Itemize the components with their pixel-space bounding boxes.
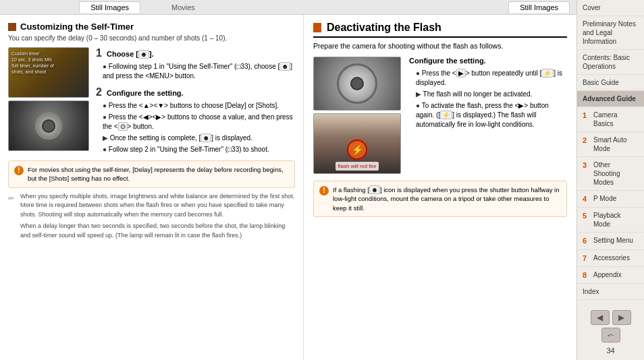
sidebar-item-p-mode[interactable]: 4 P Mode <box>577 191 644 208</box>
pencil-text-2: When a delay longer than two seconds is … <box>20 222 295 240</box>
flash-bullet1: Press the <▶> button repeatedly until [⚡… <box>416 69 567 88</box>
flash-arrow1: The flash will no longer be activated. <box>416 90 567 99</box>
step2-title: 2 Configure the setting. <box>96 86 295 98</box>
flash-no-icon: ⚡ <box>347 140 367 160</box>
step-layout: Custom timer10 sec. 3 shots MNSet timer,… <box>8 47 295 156</box>
flash-warning-icon: ! <box>319 186 329 196</box>
nav-home-button[interactable]: ⤺ <box>601 328 620 342</box>
camera-mode-dial <box>337 63 377 104</box>
steps-content: 1 Choose [☻]. Following step 1 in "Using… <box>96 47 295 156</box>
flash-note-text: If a flashing [☻] icon is displayed when… <box>333 185 561 212</box>
nav-buttons: ◀ ▶ <box>577 305 644 328</box>
sidebar-item-index[interactable]: Index <box>577 284 644 300</box>
sidebar-item-prelim[interactable]: Preliminary Notes and Legal Information <box>577 16 644 50</box>
flash-image-dial <box>313 57 401 111</box>
step2-bullet3: Follow step 2 in "Using the Self-Timer" … <box>103 145 295 154</box>
step1-title: 1 Choose [☻]. <box>96 47 295 59</box>
camera-image-2 <box>8 100 89 151</box>
sidebar-item-camera-basics[interactable]: 1 Camera Basics <box>577 107 644 132</box>
flash-image-building: ⚡ flash will not fire <box>313 113 401 174</box>
sidebar-spacer <box>577 300 644 305</box>
left-column: Customizing the Self-Timer You can speci… <box>0 15 304 360</box>
camera-images: Custom timer10 sec. 3 shots MNSet timer,… <box>8 47 89 156</box>
sidebar-item-accessories[interactable]: 7 Accessories <box>577 250 644 267</box>
left-section-subtitle: You can specify the delay (0 – 30 second… <box>8 34 295 42</box>
pencil-icon: ✏ <box>8 193 16 201</box>
sidebar-item-appendix[interactable]: 8 Appendix <box>577 267 644 284</box>
configure-title: Configure the setting. <box>409 57 567 65</box>
sidebar: Cover Preliminary Notes and Legal Inform… <box>576 0 644 360</box>
left-section-title: Customizing the Self-Timer <box>8 22 295 32</box>
tab-still-images-right[interactable]: Still Images <box>508 1 570 13</box>
section-marker <box>8 23 16 31</box>
step2-bullet1: Press the <▲><▼> buttons to choose [Dela… <box>103 101 295 111</box>
right-column: Deactivating the Flash Prepare the camer… <box>304 15 576 360</box>
step2-arrow1: Once the setting is complete, [☻] is dis… <box>103 133 295 143</box>
right-section-intro: Prepare the camera for shooting without … <box>313 42 567 50</box>
sidebar-item-other-shooting[interactable]: 3 Other Shooting Modes <box>577 157 644 191</box>
tab-still-images-left[interactable]: Still Images <box>79 1 140 13</box>
flash-info-note: ! If a flashing [☻] icon is displayed wh… <box>313 181 567 217</box>
sidebar-item-setting-menu[interactable]: 6 Setting Menu <box>577 233 644 249</box>
sidebar-item-smart-auto[interactable]: 2 Smart Auto Mode <box>577 132 644 157</box>
camera-dial-icon <box>35 113 62 140</box>
sidebar-item-basic-guide[interactable]: Basic Guide <box>577 75 644 91</box>
sidebar-item-contents[interactable]: Contents: Basic Operations <box>577 50 644 75</box>
step1-bullet1: Following step 1 in "Using the Self-Time… <box>103 62 295 81</box>
pencil-text-1: When you specify multiple shots, image b… <box>20 192 295 220</box>
columns: Customizing the Self-Timer You can speci… <box>0 15 576 360</box>
tab-movies-left[interactable]: Movies <box>161 2 206 13</box>
top-tabs: Still Images Movies Still Images <box>0 0 576 15</box>
note-text-1: For movies shot using the self-timer, [D… <box>28 165 289 183</box>
page-number: 34 <box>577 345 644 360</box>
flash-steps: Configure the setting. Press the <▶> but… <box>409 57 567 174</box>
sidebar-item-advanced-guide[interactable]: Advanced Guide <box>577 91 644 107</box>
warning-icon: ! <box>14 166 24 175</box>
flash-images: ⚡ flash will not fire <box>313 57 401 174</box>
step2-bullet2: Press the <◀><▶> buttons to choose a val… <box>103 113 295 131</box>
pencil-note: ✏ When you specify multiple shots, image… <box>8 192 295 241</box>
sidebar-item-playback[interactable]: 5 Playback Mode <box>577 208 644 233</box>
flash-layout: ⚡ flash will not fire Configure the sett… <box>313 57 567 174</box>
main-content: Still Images Movies Still Images Customi… <box>0 0 576 360</box>
right-section-marker <box>313 23 321 32</box>
sidebar-item-cover[interactable]: Cover <box>577 0 644 16</box>
nav-prev-button[interactable]: ◀ <box>591 310 610 325</box>
flash-will-not-fire-text: flash will not fire <box>336 162 379 171</box>
note-box-1: ! For movies shot using the self-timer, … <box>8 160 295 188</box>
right-section-title: Deactivating the Flash <box>313 22 567 38</box>
camera-image-1: Custom timer10 sec. 3 shots MNSet timer,… <box>8 47 89 98</box>
nav-next-button[interactable]: ▶ <box>612 310 631 325</box>
flash-bullet2: To activate the flash, press the <▶> but… <box>416 101 567 129</box>
